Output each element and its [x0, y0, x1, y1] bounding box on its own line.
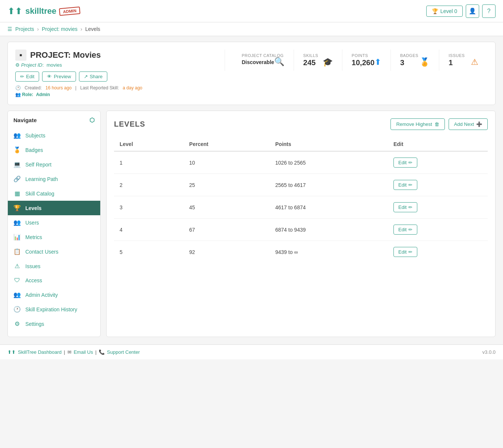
sidebar-item-subjects-label: Subjects: [25, 133, 45, 139]
expand-icon[interactable]: ⬡: [89, 117, 95, 124]
levels-content: LEVELS Remove Highest 🗑 Add Next ➕ Level…: [106, 111, 496, 337]
cell-edit: Edit ✏: [388, 151, 488, 174]
cell-percent: 45: [184, 196, 270, 219]
cell-edit: Edit ✏: [388, 219, 488, 241]
issues-nav-icon: ⚠: [13, 263, 21, 270]
eye-icon: 👁: [47, 74, 52, 79]
breadcrumb-sep-1: ›: [37, 26, 39, 32]
project-title-area: ▪ PROJECT: Movies: [15, 50, 217, 61]
support-link[interactable]: Support Center: [107, 349, 140, 355]
preview-button[interactable]: 👁 Preview: [42, 72, 76, 82]
remove-highest-button[interactable]: Remove Highest 🗑: [390, 118, 445, 130]
levels-title: LEVELS: [114, 120, 145, 128]
col-percent: Percent: [184, 137, 270, 151]
created-label: Created:: [25, 85, 42, 90]
breadcrumb-project-movies[interactable]: Project: movies: [42, 26, 77, 32]
share-button[interactable]: ↗ Share: [79, 72, 108, 82]
project-info: ▪ PROJECT: Movies ⚙ Project ID: movies ✏…: [15, 50, 217, 97]
badge-icon: 🏅: [420, 57, 430, 67]
sidebar-item-skill-expiration-history[interactable]: 🕐 Skill Expiration History: [8, 302, 100, 317]
breadcrumb-projects[interactable]: Projects: [15, 26, 34, 32]
sidebar-item-badges[interactable]: 🏅 Badges: [8, 143, 100, 157]
plus-icon: ➕: [476, 121, 482, 127]
edit-row-4-button[interactable]: Edit ✏: [393, 225, 417, 235]
cell-percent: 92: [184, 241, 270, 263]
levels-actions: Remove Highest 🗑 Add Next ➕: [390, 118, 488, 130]
edit-project-button[interactable]: ✏ Edit: [15, 72, 39, 82]
share-label: Share: [90, 74, 103, 79]
sidebar-item-metrics-label: Metrics: [25, 234, 42, 240]
sidebar-item-metrics[interactable]: 📊 Metrics: [8, 230, 100, 244]
add-next-button[interactable]: Add Next ➕: [449, 118, 488, 130]
cell-level: 3: [114, 196, 184, 219]
main-content: Navigate ⬡ 👥 Subjects 🏅 Badges 💻 Self Re…: [7, 111, 496, 337]
expiration-icon: 🕐: [13, 306, 21, 313]
sidebar-item-skill-catalog[interactable]: ▦ Skill Catalog: [8, 186, 100, 201]
edit-row-5-button[interactable]: Edit ✏: [393, 247, 417, 257]
badges-nav-icon: 🏅: [13, 146, 21, 153]
cell-points: 1026 to 2565: [270, 151, 388, 174]
admin-activity-icon: 👥: [13, 291, 21, 298]
question-icon: ?: [487, 8, 491, 15]
cell-level: 2: [114, 174, 184, 196]
logo-text: skilltree: [25, 6, 56, 16]
cell-percent: 10: [184, 151, 270, 174]
edit-label: Edit: [26, 74, 34, 79]
help-button[interactable]: ?: [482, 4, 496, 18]
user-button[interactable]: 👤: [466, 4, 479, 18]
sidebar-item-contact-users[interactable]: 📋 Contact Users: [8, 244, 100, 259]
users-icon: 👥: [13, 219, 21, 226]
project-actions: ✏ Edit 👁 Preview ↗ Share: [15, 72, 217, 82]
footer-sep2: |: [95, 349, 97, 355]
admin-badge: ADMIN: [59, 6, 80, 16]
footer: ⬆⬆ SkillTree Dashboard | ✉ Email Us | 📞 …: [0, 344, 503, 359]
sidebar-item-access-label: Access: [25, 277, 42, 283]
edit-row-3-button[interactable]: Edit ✏: [393, 202, 417, 212]
role-label: Role:: [22, 92, 33, 97]
stat-points-value: 10,260: [352, 58, 374, 67]
sidebar-item-levels[interactable]: 🏆 Levels: [8, 201, 100, 215]
edit-icon: ✏: [20, 74, 24, 79]
cell-points: 6874 to 9439: [270, 219, 388, 241]
footer-dashboard-link[interactable]: SkillTree Dashboard: [18, 349, 61, 355]
cell-edit: Edit ✏: [388, 241, 488, 263]
project-id-row: ⚙ Project ID: movies: [15, 62, 217, 68]
sidebar-item-admin-activity[interactable]: 👥 Admin Activity: [8, 287, 100, 302]
contact-users-icon: 📋: [13, 248, 21, 255]
access-icon: 🛡: [13, 277, 21, 284]
role-value: Admin: [36, 92, 50, 97]
cell-points: 2565 to 4617: [270, 174, 388, 196]
stat-badges: BADGES 3 🏅: [391, 50, 439, 71]
edit-row-1-button[interactable]: Edit ✏: [393, 158, 417, 168]
sidebar-item-self-report[interactable]: 💻 Self Report: [8, 157, 100, 172]
level-button[interactable]: 🏆 Level 0: [426, 6, 463, 17]
project-card: ▪ PROJECT: Movies ⚙ Project ID: movies ✏…: [7, 42, 496, 105]
sidebar: Navigate ⬡ 👥 Subjects 🏅 Badges 💻 Self Re…: [7, 111, 101, 337]
email-link[interactable]: Email Us: [74, 349, 93, 355]
cell-level: 4: [114, 219, 184, 241]
sidebar-item-issues[interactable]: ⚠ Issues: [8, 259, 100, 273]
warning-icon: ⚠: [471, 57, 478, 67]
email-icon: ✉: [67, 349, 72, 355]
edit-pencil-icon: ✏: [408, 160, 412, 165]
self-report-icon: 💻: [13, 161, 21, 168]
sidebar-item-learning-path[interactable]: 🔗 Learning Path: [8, 172, 100, 186]
sidebar-item-users[interactable]: 👥 Users: [8, 215, 100, 230]
cell-percent: 25: [184, 174, 270, 196]
sidebar-item-admin-activity-label: Admin Activity: [25, 292, 58, 298]
sidebar-item-access[interactable]: 🛡 Access: [8, 273, 100, 287]
preview-label: Preview: [54, 74, 71, 79]
sidebar-item-settings[interactable]: ⚙ Settings: [8, 317, 100, 331]
last-reported-label: Last Reported Skill:: [80, 85, 119, 90]
skill-catalog-icon: ▦: [13, 190, 21, 197]
sidebar-item-subjects[interactable]: 👥 Subjects: [8, 128, 100, 143]
meta-separator: |: [75, 85, 76, 90]
edit-pencil-icon: ✏: [408, 182, 412, 188]
subjects-icon: 👥: [13, 132, 21, 139]
footer-logo-icon: ⬆⬆: [7, 349, 16, 355]
share-icon: ↗: [84, 74, 88, 79]
table-row: 1101026 to 2565Edit ✏: [114, 151, 488, 174]
project-meta: 🕐 Created: 16 hours ago | Last Reported …: [15, 85, 217, 90]
breadcrumb: ☰ Projects › Project: movies › Levels: [0, 22, 503, 36]
edit-row-2-button[interactable]: Edit ✏: [393, 180, 417, 190]
